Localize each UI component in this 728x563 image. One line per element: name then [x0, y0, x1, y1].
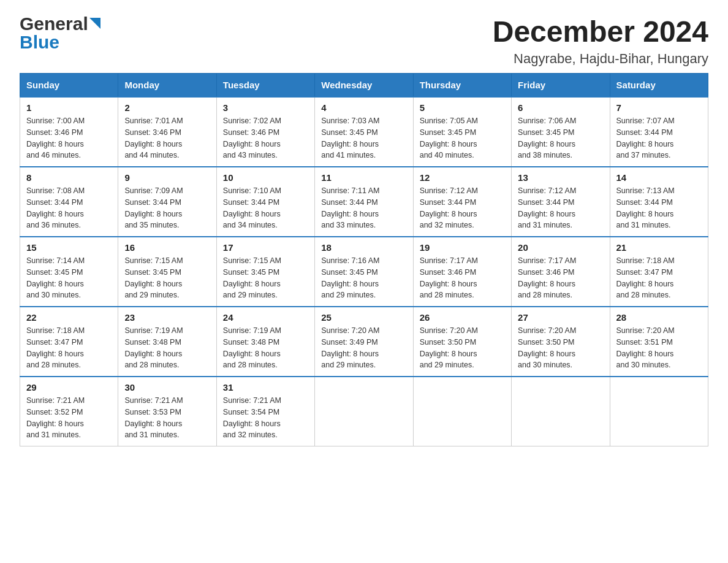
day-info: Sunrise: 7:02 AMSunset: 3:46 PMDaylight:… [223, 115, 308, 161]
calendar-cell: 28Sunrise: 7:20 AMSunset: 3:51 PMDayligh… [610, 307, 708, 377]
calendar-table: SundayMondayTuesdayWednesdayThursdayFrid… [20, 73, 708, 446]
calendar-cell: 5Sunrise: 7:05 AMSunset: 3:45 PMDaylight… [413, 97, 511, 167]
day-info: Sunrise: 7:20 AMSunset: 3:50 PMDaylight:… [420, 325, 505, 371]
day-info: Sunrise: 7:18 AMSunset: 3:47 PMDaylight:… [616, 255, 702, 301]
day-info: Sunrise: 7:09 AMSunset: 3:44 PMDaylight:… [124, 185, 210, 231]
day-number: 26 [420, 312, 505, 323]
calendar-week-row: 15Sunrise: 7:14 AMSunset: 3:45 PMDayligh… [20, 237, 708, 307]
day-info: Sunrise: 7:19 AMSunset: 3:48 PMDaylight:… [124, 325, 210, 371]
calendar-header-tuesday: Tuesday [216, 74, 314, 98]
day-number: 21 [616, 242, 702, 253]
day-info: Sunrise: 7:15 AMSunset: 3:45 PMDaylight:… [124, 255, 210, 301]
day-number: 20 [518, 242, 603, 253]
calendar-cell: 29Sunrise: 7:21 AMSunset: 3:52 PMDayligh… [20, 377, 118, 446]
day-info: Sunrise: 7:17 AMSunset: 3:46 PMDaylight:… [420, 255, 505, 301]
day-number: 27 [518, 312, 603, 323]
calendar-cell: 9Sunrise: 7:09 AMSunset: 3:44 PMDaylight… [118, 167, 216, 237]
day-info: Sunrise: 7:20 AMSunset: 3:49 PMDaylight:… [321, 325, 406, 371]
day-info: Sunrise: 7:07 AMSunset: 3:44 PMDaylight:… [616, 115, 702, 161]
calendar-cell: 18Sunrise: 7:16 AMSunset: 3:45 PMDayligh… [315, 237, 413, 307]
calendar-week-row: 1Sunrise: 7:00 AMSunset: 3:46 PMDaylight… [20, 97, 708, 167]
calendar-cell: 3Sunrise: 7:02 AMSunset: 3:46 PMDaylight… [216, 97, 314, 167]
calendar-cell [512, 377, 610, 446]
day-number: 16 [124, 242, 210, 253]
calendar-header-saturday: Saturday [610, 74, 708, 98]
calendar-cell: 30Sunrise: 7:21 AMSunset: 3:53 PMDayligh… [118, 377, 216, 446]
calendar-cell: 14Sunrise: 7:13 AMSunset: 3:44 PMDayligh… [610, 167, 708, 237]
day-info: Sunrise: 7:00 AMSunset: 3:46 PMDaylight:… [26, 115, 112, 161]
calendar-cell: 1Sunrise: 7:00 AMSunset: 3:46 PMDaylight… [20, 97, 118, 167]
day-info: Sunrise: 7:17 AMSunset: 3:46 PMDaylight:… [518, 255, 603, 301]
calendar-cell: 10Sunrise: 7:10 AMSunset: 3:44 PMDayligh… [216, 167, 314, 237]
day-info: Sunrise: 7:21 AMSunset: 3:53 PMDaylight:… [124, 395, 210, 441]
calendar-week-row: 8Sunrise: 7:08 AMSunset: 3:44 PMDaylight… [20, 167, 708, 237]
day-number: 28 [616, 312, 702, 323]
calendar-header-wednesday: Wednesday [315, 74, 413, 98]
day-info: Sunrise: 7:01 AMSunset: 3:46 PMDaylight:… [124, 115, 210, 161]
day-number: 31 [223, 382, 308, 393]
day-number: 24 [223, 312, 308, 323]
day-info: Sunrise: 7:10 AMSunset: 3:44 PMDaylight:… [223, 185, 308, 231]
day-info: Sunrise: 7:20 AMSunset: 3:51 PMDaylight:… [616, 325, 702, 371]
day-number: 18 [321, 242, 406, 253]
calendar-cell: 26Sunrise: 7:20 AMSunset: 3:50 PMDayligh… [413, 307, 511, 377]
calendar-header-sunday: Sunday [20, 74, 118, 98]
calendar-cell: 16Sunrise: 7:15 AMSunset: 3:45 PMDayligh… [118, 237, 216, 307]
logo-general-text: General [20, 15, 88, 33]
calendar-cell: 15Sunrise: 7:14 AMSunset: 3:45 PMDayligh… [20, 237, 118, 307]
day-number: 3 [223, 102, 308, 113]
day-number: 19 [420, 242, 505, 253]
day-number: 25 [321, 312, 406, 323]
day-number: 14 [616, 172, 702, 183]
day-number: 11 [321, 172, 406, 183]
logo-arrow-icon [89, 18, 100, 29]
calendar-week-row: 22Sunrise: 7:18 AMSunset: 3:47 PMDayligh… [20, 307, 708, 377]
day-info: Sunrise: 7:15 AMSunset: 3:45 PMDaylight:… [223, 255, 308, 301]
calendar-cell: 2Sunrise: 7:01 AMSunset: 3:46 PMDaylight… [118, 97, 216, 167]
calendar-cell: 8Sunrise: 7:08 AMSunset: 3:44 PMDaylight… [20, 167, 118, 237]
calendar-cell: 19Sunrise: 7:17 AMSunset: 3:46 PMDayligh… [413, 237, 511, 307]
day-info: Sunrise: 7:13 AMSunset: 3:44 PMDaylight:… [616, 185, 702, 231]
header: General Blue December 2024 Nagyrabe, Haj… [20, 15, 708, 67]
logo: General Blue [20, 15, 100, 52]
calendar-header-row: SundayMondayTuesdayWednesdayThursdayFrid… [20, 74, 708, 98]
day-number: 30 [124, 382, 210, 393]
calendar-cell: 27Sunrise: 7:20 AMSunset: 3:50 PMDayligh… [512, 307, 610, 377]
page-subtitle: Nagyrabe, Hajdu-Bihar, Hungary [493, 51, 708, 67]
day-number: 29 [26, 382, 112, 393]
calendar-cell [315, 377, 413, 446]
day-info: Sunrise: 7:20 AMSunset: 3:50 PMDaylight:… [518, 325, 603, 371]
svg-marker-0 [89, 18, 100, 29]
day-number: 7 [616, 102, 702, 113]
day-number: 23 [124, 312, 210, 323]
day-number: 9 [124, 172, 210, 183]
calendar-header-friday: Friday [512, 74, 610, 98]
title-block: December 2024 Nagyrabe, Hajdu-Bihar, Hun… [493, 15, 708, 67]
day-info: Sunrise: 7:14 AMSunset: 3:45 PMDaylight:… [26, 255, 112, 301]
day-number: 4 [321, 102, 406, 113]
calendar-cell: 22Sunrise: 7:18 AMSunset: 3:47 PMDayligh… [20, 307, 118, 377]
calendar-cell: 7Sunrise: 7:07 AMSunset: 3:44 PMDaylight… [610, 97, 708, 167]
page-title: December 2024 [493, 15, 708, 48]
calendar-cell: 23Sunrise: 7:19 AMSunset: 3:48 PMDayligh… [118, 307, 216, 377]
day-number: 13 [518, 172, 603, 183]
calendar-header-monday: Monday [118, 74, 216, 98]
calendar-cell [413, 377, 511, 446]
day-info: Sunrise: 7:21 AMSunset: 3:54 PMDaylight:… [223, 395, 308, 441]
day-number: 22 [26, 312, 112, 323]
calendar-cell: 24Sunrise: 7:19 AMSunset: 3:48 PMDayligh… [216, 307, 314, 377]
calendar-cell: 6Sunrise: 7:06 AMSunset: 3:45 PMDaylight… [512, 97, 610, 167]
calendar-cell: 25Sunrise: 7:20 AMSunset: 3:49 PMDayligh… [315, 307, 413, 377]
day-number: 15 [26, 242, 112, 253]
day-info: Sunrise: 7:12 AMSunset: 3:44 PMDaylight:… [518, 185, 603, 231]
day-info: Sunrise: 7:21 AMSunset: 3:52 PMDaylight:… [26, 395, 112, 441]
day-number: 1 [26, 102, 112, 113]
calendar-cell: 13Sunrise: 7:12 AMSunset: 3:44 PMDayligh… [512, 167, 610, 237]
calendar-cell: 20Sunrise: 7:17 AMSunset: 3:46 PMDayligh… [512, 237, 610, 307]
day-info: Sunrise: 7:11 AMSunset: 3:44 PMDaylight:… [321, 185, 406, 231]
day-info: Sunrise: 7:19 AMSunset: 3:48 PMDaylight:… [223, 325, 308, 371]
day-number: 12 [420, 172, 505, 183]
calendar-week-row: 29Sunrise: 7:21 AMSunset: 3:52 PMDayligh… [20, 377, 708, 446]
day-number: 6 [518, 102, 603, 113]
calendar-header-thursday: Thursday [413, 74, 511, 98]
